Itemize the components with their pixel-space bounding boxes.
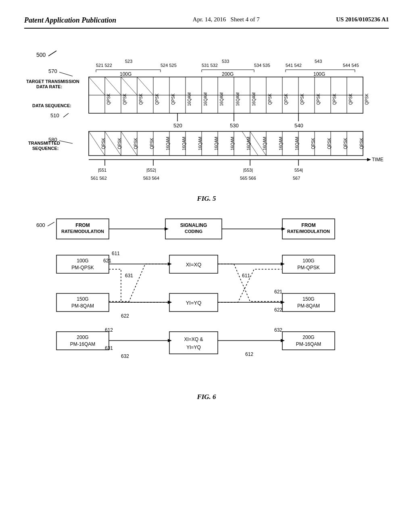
svg-text:16QAM: 16QAM (279, 137, 283, 150)
svg-text:600: 600 (36, 222, 45, 228)
svg-text:520: 520 (173, 123, 182, 129)
svg-text:631: 631 (105, 345, 113, 351)
svg-marker-187 (281, 339, 285, 342)
svg-text:SIGNALING: SIGNALING (180, 222, 207, 228)
svg-text:PM-16QAM: PM-16QAM (70, 341, 96, 347)
page-header: Patent Application Publication Apr. 14, … (24, 16, 389, 29)
svg-rect-170 (169, 332, 218, 354)
svg-text:200G: 200G (302, 335, 314, 340)
svg-text:521 522: 521 522 (96, 63, 112, 68)
svg-text:632: 632 (274, 327, 282, 333)
svg-text:TARGET TRANSMISSION: TARGET TRANSMISSION (26, 79, 79, 84)
svg-text:524 525: 524 525 (161, 63, 177, 68)
svg-text:QPSK: QPSK (155, 94, 159, 105)
svg-text:QPSK: QPSK (332, 94, 337, 105)
svg-text:563 564: 563 564 (143, 176, 159, 181)
svg-text:QPSK: QPSK (101, 138, 106, 149)
svg-text:150G: 150G (302, 296, 314, 302)
svg-text:QPSK: QPSK (106, 94, 111, 105)
svg-text:567: 567 (293, 176, 300, 181)
svg-text:QPSK: QPSK (300, 94, 305, 105)
svg-text:554|: 554| (294, 168, 303, 172)
svg-text:|551: |551 (98, 168, 106, 172)
svg-text:622: 622 (121, 313, 129, 319)
svg-text:561 562: 561 562 (91, 176, 107, 181)
svg-line-55 (89, 77, 105, 95)
svg-text:621: 621 (103, 258, 111, 264)
svg-line-134 (48, 222, 54, 226)
svg-text:16QAM: 16QAM (166, 137, 170, 150)
svg-text:200G: 200G (222, 71, 234, 77)
svg-line-56 (105, 77, 121, 95)
svg-text:523: 523 (125, 59, 132, 64)
svg-text:|553|: |553| (243, 168, 253, 172)
svg-text:YI=YQ: YI=YQ (186, 300, 202, 306)
svg-text:SEQUENCE:: SEQUENCE: (32, 146, 58, 151)
svg-text:16QAM: 16QAM (182, 137, 186, 150)
svg-text:541 542: 541 542 (286, 63, 302, 68)
svg-text:16QAM: 16QAM (203, 92, 208, 106)
publication-number: US 2016/0105236 A1 (336, 16, 389, 23)
svg-text:PM-16QAM: PM-16QAM (296, 341, 321, 347)
svg-text:100G: 100G (77, 258, 88, 264)
svg-text:533: 533 (222, 59, 229, 64)
svg-text:YI=YQ: YI=YQ (186, 345, 201, 350)
svg-text:565 566: 565 566 (240, 176, 256, 181)
svg-text:100G: 100G (302, 258, 314, 264)
svg-marker-181 (168, 339, 172, 342)
page: Patent Application Publication Apr. 14, … (0, 0, 413, 532)
svg-text:16QAM: 16QAM (263, 137, 267, 150)
svg-text:QPSK: QPSK (117, 138, 122, 149)
svg-text:QPSK: QPSK (348, 94, 353, 105)
svg-text:16QAM: 16QAM (214, 137, 219, 150)
svg-line-12 (59, 141, 73, 143)
svg-text:QPSK: QPSK (327, 138, 332, 149)
svg-text:540: 540 (294, 123, 303, 129)
fig5-svg: 500 TARGET TRANSMISSION DATA RATE: DATA … (24, 37, 387, 190)
svg-text:DATA RATE:: DATA RATE: (36, 84, 62, 89)
svg-text:16QAM: 16QAM (230, 137, 235, 150)
svg-text:16QAM: 16QAM (236, 92, 240, 106)
svg-text:100G: 100G (313, 71, 325, 77)
svg-text:500: 500 (36, 52, 46, 58)
svg-text:FROM: FROM (75, 222, 90, 228)
svg-marker-185 (281, 301, 285, 304)
svg-marker-147 (282, 227, 286, 231)
svg-text:16QAM: 16QAM (252, 92, 256, 106)
svg-text:CODING: CODING (185, 229, 202, 234)
svg-text:534 535: 534 535 (254, 63, 270, 68)
fig5-label: FIG. 5 (24, 195, 389, 203)
fig6-svg: 600 FROM RATE/MODULATION SIGNALING CODIN… (24, 215, 387, 388)
svg-text:510: 510 (50, 112, 59, 118)
svg-text:RATE/MODULATION: RATE/MODULATION (287, 229, 330, 234)
svg-text:DATA SEQUENCE:: DATA SEQUENCE: (32, 103, 71, 108)
svg-rect-82 (89, 131, 363, 156)
svg-text:QPSK: QPSK (171, 94, 175, 105)
svg-text:611: 611 (112, 251, 120, 256)
svg-line-58 (137, 77, 153, 95)
svg-text:150G: 150G (77, 296, 88, 302)
svg-text:XI=XQ: XI=XQ (186, 262, 202, 268)
svg-text:|552|: |552| (146, 168, 156, 172)
publication-title: Patent Application Publication (24, 16, 116, 25)
svg-text:16QAM: 16QAM (295, 137, 299, 150)
svg-text:612: 612 (245, 351, 253, 357)
svg-text:570: 570 (48, 68, 57, 74)
svg-text:QPSK: QPSK (268, 94, 272, 105)
svg-text:QPSK: QPSK (365, 94, 369, 105)
svg-text:QPSK: QPSK (311, 138, 315, 149)
svg-text:16QAM: 16QAM (219, 92, 224, 106)
svg-marker-179 (168, 301, 172, 304)
svg-text:631: 631 (125, 273, 133, 278)
svg-text:531 532: 531 532 (202, 63, 218, 68)
svg-text:QPSK: QPSK (316, 94, 321, 105)
svg-text:QPSK: QPSK (343, 138, 348, 149)
svg-text:200G: 200G (77, 335, 88, 340)
svg-text:16QAM: 16QAM (246, 137, 251, 150)
svg-text:QPSK: QPSK (123, 94, 127, 105)
svg-line-1 (48, 51, 56, 56)
svg-text:QPSK: QPSK (284, 94, 288, 105)
svg-text:PM-8QAM: PM-8QAM (297, 303, 320, 309)
svg-text:544 545: 544 545 (343, 63, 359, 68)
svg-line-8 (59, 72, 73, 76)
